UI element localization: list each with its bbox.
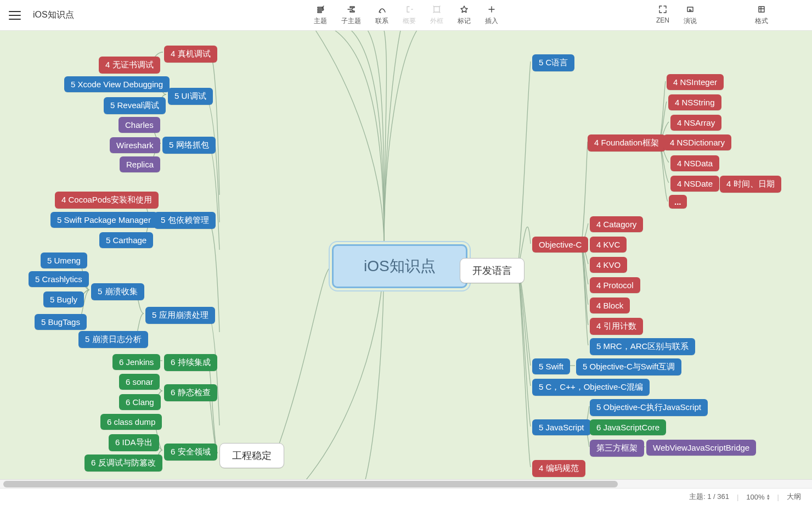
topic-node-14[interactable]: 5 Crashlytics <box>29 271 89 287</box>
topic-node-8[interactable]: Replica <box>120 156 160 172</box>
topic-node-6[interactable]: 5 网络抓包 <box>162 137 216 154</box>
summary-icon <box>404 4 414 14</box>
subtopic-icon <box>346 4 356 14</box>
topic-node-10[interactable]: 5 Swift Package Manager <box>50 212 157 228</box>
topic-node-9[interactable]: 4 CocoaPods安装和使用 <box>55 192 159 209</box>
toolbar: iOS知识点 主题子主题联系概要外框标记插入 ZEN演说格式 <box>0 0 812 31</box>
topic-node-45[interactable]: 4 引用计数 <box>590 318 643 335</box>
toolbar-topic-button[interactable]: 主题 <box>314 4 327 26</box>
topic-node-24[interactable]: 6 Clang <box>119 394 161 410</box>
topic-node-33[interactable]: 4 Foundation框架 <box>588 134 666 152</box>
topic-node-25[interactable]: 6 class dump <box>100 414 162 430</box>
topic-node-26[interactable]: 6 IDA导出 <box>109 434 159 451</box>
topic-node-40[interactable]: Objective-C <box>532 237 588 252</box>
topic-node-36[interactable]: 4 NSDate <box>670 176 719 192</box>
topic-node-2[interactable]: 5 Xcode View Debugging <box>64 76 170 92</box>
topic-node-3[interactable]: 5 UI调试 <box>168 88 213 105</box>
mindmap-canvas[interactable]: iOS知识点开发语言工程稳定4 真机调试4 无证书调试5 Xcode View … <box>0 30 812 489</box>
present-icon <box>685 4 695 14</box>
topic-node-35[interactable]: 4 NSData <box>670 155 719 171</box>
topic-node-17[interactable]: 5 应用崩溃处理 <box>145 307 215 324</box>
topic-node-30[interactable]: 4 NSInteger <box>667 74 724 90</box>
outline-toggle[interactable]: 大纲 <box>787 492 801 502</box>
topic-node-49[interactable]: 5 C，C++，Objective-C混编 <box>532 379 650 396</box>
topic-node-7[interactable]: Wireshark <box>110 137 160 153</box>
format-icon <box>757 4 766 14</box>
topic-node-43[interactable]: 4 Protocol <box>590 277 640 293</box>
topic-node-19[interactable]: 5 崩溃日志分析 <box>78 331 148 348</box>
topic-node-27[interactable]: 6 安全领域 <box>164 444 217 461</box>
topic-node-44[interactable]: 4 Block <box>590 298 630 313</box>
zen-icon <box>658 4 668 14</box>
topic-node-53[interactable]: 第三方框架 <box>590 440 644 457</box>
topic-node-18[interactable]: 5 BugTags <box>35 314 87 330</box>
toolbar-present-button[interactable]: 演说 <box>684 4 697 26</box>
menu-button[interactable] <box>9 11 21 20</box>
scrollbar-thumb[interactable] <box>3 481 618 487</box>
topic-node-48[interactable]: 5 Objective-C与Swift互调 <box>576 358 681 375</box>
topic-node-4[interactable]: 5 Reveal调试 <box>104 97 166 114</box>
toolbar-boundary-button: 外框 <box>430 4 443 26</box>
topic-node-55[interactable]: 4 编码规范 <box>532 460 585 477</box>
topic-node-50[interactable]: 5 Objective-C执行JavaScript <box>590 399 708 416</box>
topic-node-46[interactable]: 5 MRC，ARC区别与联系 <box>590 338 695 355</box>
topic-icon <box>315 4 325 14</box>
topic-node-41[interactable]: 4 KVC <box>590 237 627 252</box>
topic-node-0[interactable]: 4 真机调试 <box>164 46 217 63</box>
topic-count: 主题: 1 / 361 <box>689 492 729 502</box>
topic-node-12[interactable]: 5 Carthage <box>99 232 153 248</box>
topic-node-29[interactable]: 5 C语言 <box>532 54 574 71</box>
topic-node-38[interactable]: ... <box>669 195 687 209</box>
topic-node-54[interactable]: WebViewJavaScriptBridge <box>646 440 756 456</box>
boundary-icon <box>432 4 442 14</box>
topic-node-13[interactable]: 5 Umeng <box>41 252 87 268</box>
marker-icon <box>459 4 469 14</box>
topic-node-16[interactable]: 5 Bugly <box>43 291 84 307</box>
root-topic[interactable]: iOS知识点 <box>332 244 467 288</box>
zoom-value: 100% <box>746 493 764 501</box>
topic-node-11[interactable]: 5 包依赖管理 <box>154 212 216 229</box>
topic-node-39[interactable]: 4 Catagory <box>590 216 643 232</box>
topic-node-52[interactable]: 6 JavaScriptCore <box>590 419 666 435</box>
insert-icon <box>487 4 497 14</box>
relation-icon <box>377 4 387 14</box>
zoom-stepper-icon[interactable]: ▴▾ <box>767 493 770 500</box>
toolbar-zen-button[interactable]: ZEN <box>656 4 669 26</box>
toolbar-marker-button[interactable]: 标记 <box>458 4 471 26</box>
horizontal-scrollbar[interactable] <box>0 479 812 489</box>
toolbar-format-button[interactable]: 格式 <box>755 4 768 26</box>
toolbar-insert-button[interactable]: 插入 <box>485 4 498 26</box>
toolbar-subtopic-button[interactable]: 子主题 <box>341 4 361 26</box>
topic-node-32[interactable]: 4 NSArray <box>670 115 721 131</box>
topic-node-37[interactable]: 4 时间、日期 <box>720 176 781 193</box>
branch-dev-lang[interactable]: 开发语言 <box>460 258 525 283</box>
topic-node-23[interactable]: 6 静态检查 <box>164 384 217 401</box>
topic-node-28[interactable]: 6 反调试与防篡改 <box>84 454 162 472</box>
toolbar-relation-button[interactable]: 联系 <box>375 4 388 26</box>
topic-node-1[interactable]: 4 无证书调试 <box>99 57 160 74</box>
topic-node-21[interactable]: 6 持续集成 <box>164 354 217 371</box>
topic-node-51[interactable]: 5 JavaScript <box>532 419 591 435</box>
topic-node-31[interactable]: 4 NSString <box>668 94 721 110</box>
topic-node-34[interactable]: 4 NSDictionary <box>663 134 731 150</box>
topic-node-47[interactable]: 5 Swift <box>532 358 570 374</box>
topic-node-5[interactable]: Charles <box>119 117 160 133</box>
topic-node-42[interactable]: 4 KVO <box>590 257 627 273</box>
status-bar: 主题: 1 / 361 | 100% ▴▾ | 大纲 <box>0 488 812 505</box>
document-title: iOS知识点 <box>33 9 74 21</box>
zoom-control[interactable]: 100% ▴▾ <box>746 493 769 501</box>
branch-eng-stable[interactable]: 工程稳定 <box>219 443 284 468</box>
topic-node-20[interactable]: 6 Jenkins <box>112 354 160 370</box>
topic-node-22[interactable]: 6 sonar <box>119 374 160 390</box>
toolbar-summary-button: 概要 <box>403 4 416 26</box>
topic-node-15[interactable]: 5 崩溃收集 <box>91 283 144 300</box>
